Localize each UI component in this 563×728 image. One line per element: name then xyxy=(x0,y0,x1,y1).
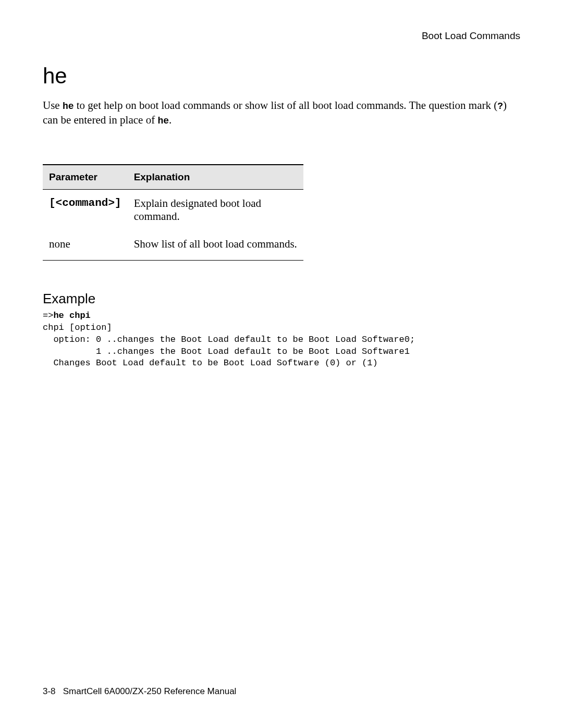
example-heading: Example xyxy=(43,291,520,307)
col-header-explanation: Explanation xyxy=(128,165,303,190)
col-header-parameter: Parameter xyxy=(43,165,128,190)
param-cell: [<command>] xyxy=(43,189,128,230)
he-command-inline: he xyxy=(157,116,169,126)
intro-text: Use xyxy=(43,99,63,112)
page-footer: 3-8 SmartCell 6A000/ZX-250 Reference Man… xyxy=(43,686,236,697)
example-command: he chpi xyxy=(53,311,90,320)
explanation-cell: Explain designated boot load command. xyxy=(128,189,303,230)
intro-text: to get help on boot load commands or sho… xyxy=(74,99,498,112)
doc-title: SmartCell 6A000/ZX-250 Reference Manual xyxy=(63,686,237,696)
table-header-row: Parameter Explanation xyxy=(43,165,303,190)
table-row: [<command>] Explain designated boot load… xyxy=(43,189,303,230)
example-block: =>he chpi chpi [option] option: 0 ..chan… xyxy=(43,310,520,370)
question-mark-inline: ? xyxy=(497,101,503,112)
page-number: 3-8 xyxy=(43,686,56,696)
table-row: none Show list of all boot load commands… xyxy=(43,230,303,261)
running-header: Boot Load Commands xyxy=(43,30,520,42)
param-cell: none xyxy=(43,230,128,261)
page: Boot Load Commands he Use he to get help… xyxy=(0,0,563,728)
intro-paragraph: Use he to get help on boot load commands… xyxy=(43,98,520,128)
prompt: => xyxy=(43,311,53,320)
explanation-cell: Show list of all boot load commands. xyxy=(128,230,303,261)
example-output: chpi [option] option: 0 ..changes the Bo… xyxy=(43,323,415,368)
he-command-inline: he xyxy=(63,101,74,112)
page-title: he xyxy=(43,64,520,89)
parameter-table: Parameter Explanation [<command>] Explai… xyxy=(43,164,303,261)
intro-text: . xyxy=(169,114,172,126)
